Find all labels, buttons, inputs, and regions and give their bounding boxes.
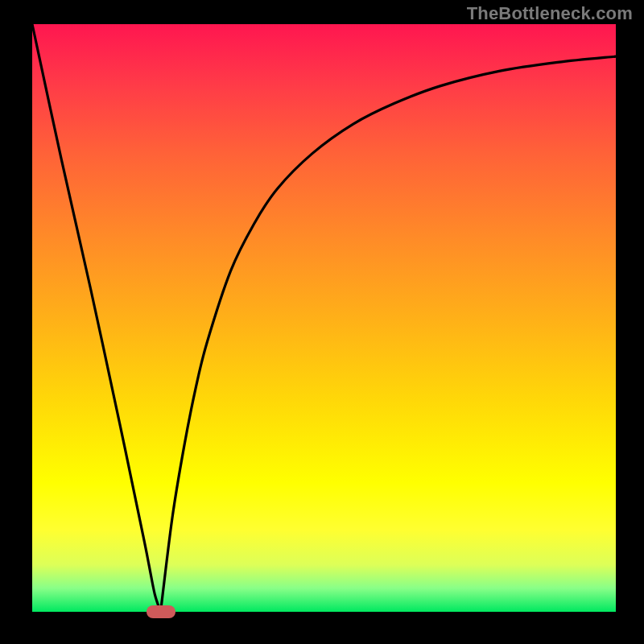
chart-frame: TheBottleneck.com xyxy=(0,0,644,644)
plot-area xyxy=(32,24,616,612)
optimum-marker xyxy=(147,605,175,618)
curve-svg xyxy=(32,24,616,612)
curve-left-branch xyxy=(32,24,161,612)
curve-right-branch xyxy=(161,56,617,612)
watermark-text: TheBottleneck.com xyxy=(467,3,633,24)
